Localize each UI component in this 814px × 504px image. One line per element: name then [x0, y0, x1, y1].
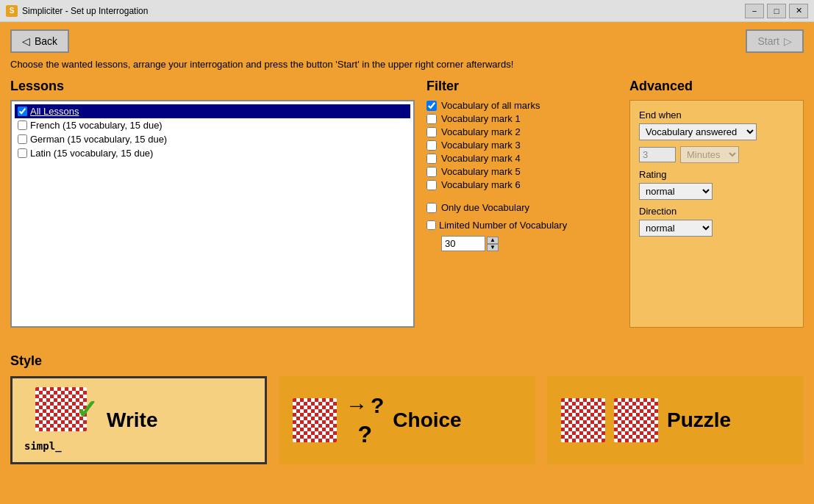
- style-card-puzzle[interactable]: Puzzle: [547, 376, 804, 464]
- start-button[interactable]: Start ▷: [746, 29, 804, 53]
- window-title: Simpliciter - Set up Interrogation: [22, 6, 148, 16]
- style-section: Style: [10, 353, 804, 464]
- columns-layout: Lessons All Lessons French (15 vocabular…: [10, 79, 804, 343]
- end-when-label: End when: [639, 109, 794, 120]
- lessons-checkbox-french[interactable]: [18, 120, 27, 130]
- time-row: Minutes Hours: [639, 146, 794, 163]
- question-mark-1: ?: [371, 393, 384, 418]
- write-icon-area: ✓ simpl_: [24, 387, 98, 453]
- style-cards: ✓ simpl_ Write: [10, 376, 804, 464]
- start-label: Start: [757, 35, 779, 47]
- choice-card-label: Choice: [393, 408, 461, 432]
- app-icon: S: [6, 5, 18, 17]
- filter-checkbox-mark4[interactable]: [426, 154, 437, 164]
- time-input: [639, 147, 676, 162]
- back-arrow-icon: ◁: [22, 35, 30, 47]
- limited-number-input[interactable]: [441, 236, 485, 251]
- write-card-label: Write: [107, 408, 158, 432]
- lessons-item-french[interactable]: French (15 vocabulary, 15 due): [15, 118, 410, 132]
- lessons-column: Lessons All Lessons French (15 vocabular…: [10, 79, 415, 343]
- filter-item-mark1: Vocabulary mark 1: [426, 113, 618, 124]
- choice-icon-area: [293, 398, 337, 442]
- style-title: Style: [10, 353, 804, 369]
- filter-label-mark5: Vocabulary mark 5: [441, 166, 521, 177]
- all-lessons-label: All Lessons: [30, 106, 79, 117]
- title-bar-left: S Simpliciter - Set up Interrogation: [6, 5, 148, 17]
- filter-item-only-due: Only due Vocabulary: [426, 202, 618, 213]
- rating-label: Rating: [639, 169, 794, 180]
- puzzle-card-label: Puzzle: [667, 408, 731, 432]
- lessons-checkbox-german[interactable]: [18, 134, 27, 144]
- direction-label: Direction: [639, 206, 794, 217]
- maximize-button[interactable]: □: [767, 4, 786, 18]
- lessons-list[interactable]: All Lessons French (15 vocabulary, 15 du…: [10, 100, 415, 328]
- spinner-up-button[interactable]: ▲: [487, 237, 499, 244]
- checkmark-icon: ✓: [76, 395, 98, 425]
- start-arrow-icon: ▷: [784, 35, 792, 47]
- lessons-item-german[interactable]: German (15 vocabulary, 15 due): [15, 132, 410, 146]
- limited-spinner: ▲ ▼: [487, 237, 499, 251]
- filter-checkbox-mark3[interactable]: [426, 140, 437, 151]
- write-text-overlay: simpl_: [24, 440, 62, 452]
- filter-checkbox-only-due[interactable]: [426, 203, 437, 213]
- direction-select[interactable]: normal reverse both: [639, 220, 713, 237]
- spinner-down-button[interactable]: ▼: [487, 244, 499, 251]
- lessons-checkbox-all[interactable]: [18, 107, 27, 116]
- filter-label-mark3: Vocabulary mark 3: [441, 140, 521, 151]
- minutes-select: Minutes Hours: [680, 146, 739, 163]
- advanced-box: End when Vocabulary answered Time limit …: [629, 100, 804, 328]
- filter-checkbox-mark5[interactable]: [426, 167, 437, 177]
- advanced-title: Advanced: [629, 79, 804, 94]
- filter-item-mark2: Vocabulary mark 2: [426, 126, 618, 137]
- top-bar: ◁ Back Start ▷: [10, 29, 804, 53]
- filter-checkbox-mark6[interactable]: [426, 180, 437, 190]
- filter-item-mark3: Vocabulary mark 3: [426, 140, 618, 151]
- end-when-group: End when Vocabulary answered Time limit: [639, 109, 794, 140]
- rating-group: Rating normal strict easy: [639, 169, 794, 200]
- puzzle-checker-right-icon: [614, 398, 658, 442]
- lessons-checkbox-latin[interactable]: [18, 148, 27, 158]
- filter-checkbox-mark2[interactable]: [426, 127, 437, 137]
- filter-item-limited: Limited Number of Vocabulary: [426, 220, 618, 231]
- lessons-label-french: French (15 vocabulary, 15 due): [30, 120, 163, 131]
- lessons-label-latin: Latin (15 vocabulary, 15 due): [30, 148, 153, 159]
- lessons-item-latin[interactable]: Latin (15 vocabulary, 15 due): [15, 146, 410, 160]
- filter-item-mark4: Vocabulary mark 4: [426, 153, 618, 164]
- filter-label-mark2: Vocabulary mark 2: [441, 126, 521, 137]
- rating-select[interactable]: normal strict easy: [639, 183, 713, 200]
- filter-checkbox-mark1[interactable]: [426, 114, 437, 124]
- style-card-choice[interactable]: → ? ? Choice: [279, 376, 535, 464]
- puzzle-icon-right: [614, 398, 658, 442]
- lessons-item-all[interactable]: All Lessons: [15, 104, 410, 118]
- filter-label-all-marks: Vocabulary of all marks: [441, 100, 540, 111]
- back-button[interactable]: ◁ Back: [10, 29, 69, 53]
- advanced-column: Advanced End when Vocabulary answered Ti…: [629, 79, 804, 343]
- filter-label-limited: Limited Number of Vocabulary: [439, 220, 567, 231]
- limited-input-row: ▲ ▼: [441, 236, 618, 251]
- filter-item-mark5: Vocabulary mark 5: [426, 166, 618, 177]
- filter-checkbox-limited[interactable]: [426, 220, 436, 230]
- arrow-row: → ?: [346, 393, 384, 418]
- minimize-button[interactable]: −: [745, 4, 764, 18]
- filter-label-only-due: Only due Vocabulary: [441, 202, 529, 213]
- end-when-select[interactable]: Vocabulary answered Time limit: [639, 123, 757, 140]
- filter-label-mark4: Vocabulary mark 4: [441, 153, 521, 164]
- right-arrow-icon: →: [346, 393, 368, 418]
- filter-checkbox-all-marks[interactable]: [426, 101, 437, 111]
- back-label: Back: [35, 35, 57, 47]
- style-card-write[interactable]: ✓ simpl_ Write: [10, 376, 267, 464]
- title-bar-controls: − □ ✕: [745, 4, 808, 18]
- lessons-label-german: German (15 vocabulary, 15 due): [30, 134, 167, 145]
- question-mark-2: ?: [357, 421, 372, 448]
- close-button[interactable]: ✕: [789, 4, 808, 18]
- choice-checker-icon: [293, 398, 337, 442]
- puzzle-checker-left-icon: [561, 398, 605, 442]
- filter-item-all-marks: Vocabulary of all marks: [426, 100, 618, 111]
- instruction-text: Choose the wanted lessons, arrange your …: [10, 59, 804, 70]
- filter-item-mark6: Vocabulary mark 6: [426, 179, 618, 190]
- lessons-title: Lessons: [10, 79, 415, 94]
- title-bar: S Simpliciter - Set up Interrogation − □…: [0, 0, 814, 22]
- svg-rect-9: [293, 398, 337, 442]
- puzzle-icon-left: [561, 398, 605, 442]
- choice-arrow-questions: → ? ?: [346, 393, 384, 448]
